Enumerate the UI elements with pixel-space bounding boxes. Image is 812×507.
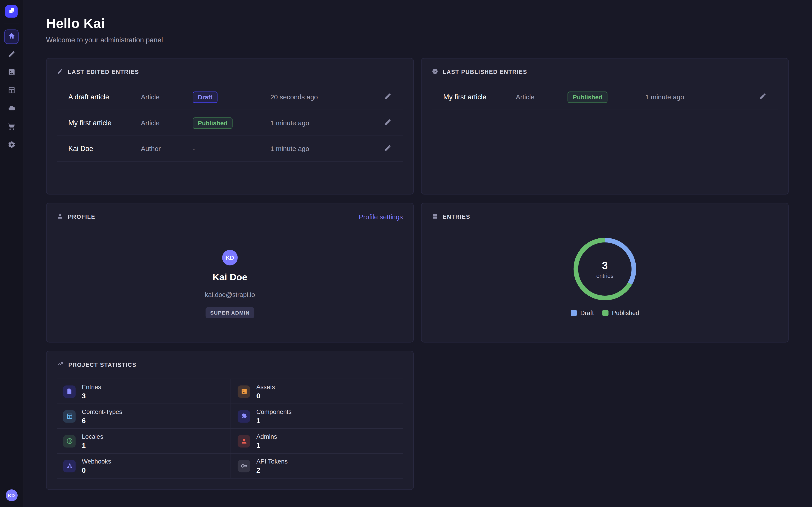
stat-content-types: Content-Types 6: [57, 404, 230, 428]
entry-name: My first article: [443, 93, 516, 101]
user-avatar[interactable]: KD: [5, 490, 17, 501]
strapi-logo-icon: [8, 7, 15, 16]
avatar: KD: [222, 250, 238, 266]
page-title: Hello Kai: [46, 15, 789, 32]
stat-api-tokens: API Tokens 2: [230, 454, 403, 478]
status-badge: Published: [567, 91, 608, 103]
entries-donut-chart: 3 entries: [572, 236, 638, 301]
profile-settings-link[interactable]: Profile settings: [359, 213, 403, 221]
entry-type: Article: [141, 119, 193, 127]
last-published-table: My first article Article Published 1 min…: [432, 84, 778, 110]
locales-globe-icon: [63, 435, 75, 447]
profile-name: Kai Doe: [212, 272, 247, 283]
profile-body: KD Kai Doe kai.doe@strapi.io SUPER ADMIN: [47, 227, 413, 318]
edit-entry-button[interactable]: [378, 91, 392, 103]
sidebar-item-content-manager[interactable]: [4, 48, 18, 62]
profile-email: kai.doe@strapi.io: [205, 291, 255, 298]
legend-label: Draft: [580, 309, 594, 317]
page-subtitle: Welcome to your administration panel: [46, 36, 789, 44]
assets-image-icon: [238, 385, 250, 397]
stat-entries: Entries 3: [57, 379, 230, 404]
stat-locales: Locales 1: [57, 429, 230, 453]
last-edited-entries-card: LAST EDITED ENTRIES A draft article Arti…: [46, 58, 414, 194]
entry-type: Article: [516, 93, 568, 101]
card-header: PROFILE Profile settings: [47, 203, 413, 227]
strapi-logo[interactable]: [5, 5, 17, 17]
strapi-admin-dashboard: KD Hello Kai Welcome to your administrat…: [0, 0, 812, 507]
table-row[interactable]: Kai Doe Author - 1 minute ago: [57, 136, 403, 162]
stat-label: API Tokens: [256, 458, 288, 465]
stat-label: Webhooks: [82, 458, 111, 465]
sidebar-divider: [4, 23, 19, 23]
status-empty: -: [193, 145, 195, 153]
stat-value: 3: [82, 392, 101, 399]
table-row[interactable]: My first article Article Published 1 min…: [57, 110, 403, 136]
sidebar-item-marketplace[interactable]: [4, 120, 18, 134]
pencil-icon: [7, 50, 15, 60]
entries-grid-icon: [432, 212, 438, 221]
entries-file-icon: [63, 385, 75, 397]
card-header: LAST PUBLISHED ENTRIES: [421, 58, 788, 82]
sidebar-item-cloud[interactable]: [4, 102, 18, 116]
media-library-icon: [7, 68, 15, 78]
card-title: ENTRIES: [443, 214, 470, 220]
sidebar-item-home[interactable]: [4, 30, 18, 44]
content-types-layout-icon: [63, 410, 75, 422]
check-circle-icon: [432, 67, 438, 76]
profile-card: PROFILE Profile settings KD Kai Doe kai.…: [46, 203, 414, 342]
sidebar-item-settings[interactable]: [4, 138, 18, 153]
stat-value: 1: [256, 442, 277, 449]
api-tokens-key-icon: [238, 460, 250, 472]
pencil-icon: [384, 118, 392, 127]
stat-value: 1: [256, 417, 292, 424]
entries-chart-area: 3 entries Draft Published: [421, 236, 788, 317]
card-title: LAST EDITED ENTRIES: [68, 69, 139, 75]
entry-time: 1 minute ago: [270, 145, 378, 153]
last-published-entries-card: LAST PUBLISHED ENTRIES My first article …: [421, 58, 789, 194]
sidebar: KD: [0, 0, 23, 507]
entry-time: 20 seconds ago: [270, 93, 378, 101]
gear-icon: [7, 140, 15, 150]
card-header: ENTRIES: [421, 203, 788, 227]
edit-entry-button[interactable]: [753, 91, 766, 103]
role-badge: SUPER ADMIN: [205, 307, 254, 318]
pencil-icon: [384, 145, 392, 153]
stat-value: 0: [256, 392, 275, 399]
card-title: LAST PUBLISHED ENTRIES: [443, 69, 527, 75]
shopping-cart-icon: [7, 122, 15, 132]
entry-name: My first article: [68, 119, 141, 127]
stat-value: 0: [82, 466, 111, 474]
entry-type: Article: [141, 93, 193, 101]
entry-name: Kai Doe: [68, 145, 141, 153]
sidebar-nav: [4, 30, 18, 156]
stat-components: Components 1: [230, 404, 403, 428]
stat-value: 1: [82, 442, 103, 449]
last-edited-table: A draft article Article Draft 20 seconds…: [57, 84, 403, 162]
status-badge: Published: [193, 117, 233, 129]
card-header: LAST EDITED ENTRIES: [47, 58, 413, 82]
entry-type: Author: [141, 145, 193, 153]
main-content: Hello Kai Welcome to your administration…: [23, 0, 812, 507]
stat-value: 6: [82, 417, 122, 424]
stat-label: Admins: [256, 433, 277, 440]
sidebar-item-content-type-builder[interactable]: [4, 84, 18, 98]
components-puzzle-icon: [238, 410, 250, 422]
table-row[interactable]: My first article Article Published 1 min…: [432, 84, 778, 110]
card-title: PROJECT STATISTICS: [68, 362, 137, 368]
edit-entry-button[interactable]: [378, 116, 392, 129]
stat-assets: Assets 0: [230, 379, 403, 404]
stat-label: Content-Types: [82, 408, 122, 415]
entries-card: ENTRIES 3 entries: [421, 203, 789, 342]
draft-swatch: [570, 310, 577, 316]
stat-value: 2: [256, 466, 288, 474]
table-row[interactable]: A draft article Article Draft 20 seconds…: [57, 84, 403, 110]
sidebar-item-media-library[interactable]: [4, 66, 18, 80]
webhooks-icon: [63, 460, 75, 472]
person-icon: [57, 212, 63, 221]
stat-label: Components: [256, 408, 292, 415]
edit-entry-button[interactable]: [378, 142, 392, 155]
legend-label: Published: [612, 309, 639, 317]
home-icon: [7, 32, 15, 42]
stats-table: Entries 3 Assets 0: [57, 379, 403, 478]
trending-up-icon: [57, 360, 64, 369]
